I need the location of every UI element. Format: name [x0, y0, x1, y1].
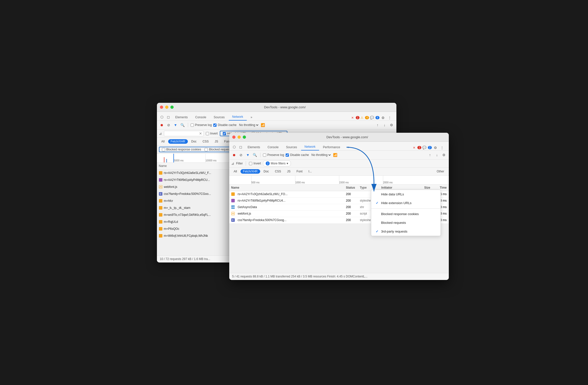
front-type-other[interactable]: Other [434, 169, 447, 174]
back-invert-checkbox[interactable] [206, 132, 209, 135]
back-type-fetch-xhr[interactable]: Fetch/XHR [168, 139, 188, 144]
front-download-btn[interactable]: ↓ [434, 152, 440, 158]
back-search-btn[interactable]: 🔍 [180, 122, 185, 128]
front-filter-bar: ⊿ Filter Invert 2 More filters ▾ [229, 160, 449, 168]
back-tab-sources[interactable]: Sources [210, 114, 228, 121]
back-disable-cache-label[interactable]: Disable cache [213, 123, 236, 127]
back-warning-badge: 4 [365, 116, 369, 119]
back-record-btn[interactable]: ⏺ [159, 122, 164, 128]
back-download-btn[interactable]: ↓ [382, 122, 387, 128]
back-tab-elements-icon[interactable]: ◻ [165, 114, 171, 121]
front-type-font[interactable]: Font [294, 169, 305, 174]
dropdown-label-hide-ext-urls: Hide extension URLs [381, 201, 412, 205]
front-upload-btn[interactable]: ↑ [427, 152, 433, 158]
front-tick-1500: 1500 ms [339, 176, 383, 184]
back-upload-btn[interactable]: ↑ [375, 122, 380, 128]
back-tab-elements[interactable]: Elements [172, 114, 191, 121]
back-invert-label[interactable]: Invert [206, 132, 218, 135]
back-filter-btn[interactable]: ▼ [173, 122, 178, 128]
front-msg-badge: 2 [428, 146, 432, 149]
front-type-css[interactable]: CSS [272, 169, 284, 174]
back-filter-clear-btn[interactable]: ✕ [199, 131, 202, 135]
front-clear-btn[interactable]: ⊘ [238, 152, 244, 158]
back-close-btn[interactable] [160, 106, 163, 109]
front-close-btn[interactable] [232, 135, 235, 139]
front-tab-network[interactable]: Network [301, 143, 319, 150]
back-blocked-requests-checkbox[interactable] [205, 148, 208, 151]
dropdown-item-third-party[interactable]: ✓ 3rd-party requests [371, 227, 441, 236]
front-tab-elements-icon[interactable]: ◻ [238, 143, 244, 150]
front-preserve-log-label[interactable]: Preserve log [263, 153, 284, 157]
front-disable-cache-checkbox[interactable] [286, 153, 289, 157]
front-tab-more[interactable]: » [344, 144, 353, 150]
front-settings-btn[interactable]: ⚙ [433, 145, 438, 150]
back-tab-cursor-icon[interactable]: ⬡ [159, 114, 165, 121]
back-tick-5000: 5000 ms [174, 154, 205, 162]
back-type-doc[interactable]: Doc [189, 139, 199, 144]
back-settings2-btn[interactable]: ⚙ [389, 122, 394, 128]
front-type-doc[interactable]: Doc [261, 169, 271, 174]
back-blocked-resp-cookies-checkbox[interactable] [162, 148, 165, 151]
front-col-status-header: Status [346, 186, 358, 189]
back-titlebar: DevTools - www.google.com/ [157, 103, 396, 112]
front-tab-cursor-icon[interactable]: ⬡ [231, 143, 237, 150]
back-filter-input[interactable] [166, 132, 198, 135]
back-clear-btn[interactable]: ⊘ [166, 122, 171, 128]
back-max-btn[interactable] [170, 106, 174, 109]
front-max-btn[interactable] [243, 135, 246, 139]
front-type-all[interactable]: All [231, 169, 239, 174]
dropdown-item-hide-ext-urls[interactable]: ✓ Hide extension URLs [371, 199, 441, 207]
front-invert-label[interactable]: Invert [249, 162, 261, 165]
front-tab-performance[interactable]: Performance [320, 144, 344, 150]
back-hide-data-urls-checkbox[interactable] [223, 132, 226, 135]
back-tab-network[interactable]: Network [229, 114, 247, 121]
dropdown-item-blocked-resp-cookies[interactable]: Blocked response cookies [371, 210, 441, 218]
front-type-fetch-xhr[interactable]: Fetch/XHR [240, 169, 260, 174]
front-throttling-select[interactable]: No throttling [310, 153, 332, 157]
back-throttling-select[interactable]: No throttling [238, 123, 259, 127]
back-min-btn[interactable] [165, 106, 168, 109]
front-more-btn[interactable]: ⋮ [439, 145, 445, 150]
back-tab-console[interactable]: Console [192, 114, 210, 121]
front-tab-console[interactable]: Console [264, 144, 282, 150]
back-more-btn[interactable]: ⋮ [387, 115, 392, 121]
back-settings-btn[interactable]: ⚙ [380, 115, 386, 121]
back-preserve-log-label[interactable]: Preserve log [191, 123, 212, 127]
front-filter-btn[interactable]: ▼ [245, 152, 251, 158]
dropdown-label-blocked-resp-cookies: Blocked response cookies [381, 212, 419, 216]
back-req-name-3: css?family=Fredoka:500%7CGoo... [164, 192, 224, 196]
dropdown-item-blocked-requests[interactable]: Blocked requests [371, 218, 441, 227]
front-tab-elements[interactable]: Elements [244, 144, 264, 150]
back-type-css[interactable]: CSS [200, 139, 211, 144]
back-blocked-requests-label[interactable]: Blocked requests [205, 148, 232, 151]
front-preserve-log-checkbox[interactable] [263, 153, 266, 157]
front-col-name-header: Name [231, 186, 345, 189]
front-req-name-0: rs=AA2YrTv3Qzh6Ja6eSLzWU_FO... [238, 192, 345, 196]
dropdown-check-blocked-requests [376, 221, 379, 225]
back-filter-input-wrapper[interactable]: ✕ [164, 131, 204, 136]
front-settings2-btn[interactable]: ⚙ [441, 152, 447, 158]
dropdown-check-blocked-resp-cookies [376, 212, 379, 216]
back-tab-bar: ⬡ ◻ Elements Console Sources Network » ✕… [157, 112, 396, 121]
dropdown-item-hide-data-urls[interactable]: Hide data URLs [371, 190, 441, 199]
back-disable-cache-checkbox[interactable] [213, 124, 217, 127]
front-min-btn[interactable] [237, 135, 241, 139]
front-col-time-header: Time [432, 186, 447, 189]
front-search-btn[interactable]: 🔍 [252, 152, 258, 158]
back-req-name-2: webfont.js [164, 185, 224, 189]
front-disable-cache-label[interactable]: Disable cache [286, 153, 309, 157]
front-tab-sources[interactable]: Sources [283, 144, 301, 150]
front-type-img-partial[interactable]: I... [306, 169, 314, 174]
back-type-js[interactable]: JS [212, 139, 221, 144]
dropdown-label-blocked-requests: Blocked requests [381, 221, 406, 225]
front-more-filters-btn[interactable]: 2 More filters ▾ [263, 160, 291, 166]
front-more-filters-chevron: ▾ [287, 162, 288, 165]
back-throttle-icon: 📶 [261, 123, 265, 127]
back-preserve-log-checkbox[interactable] [191, 124, 194, 127]
front-type-js[interactable]: JS [285, 169, 293, 174]
back-tab-more[interactable]: » [247, 114, 256, 121]
front-record-btn[interactable]: ⏺ [231, 152, 237, 158]
front-invert-checkbox[interactable] [249, 162, 252, 165]
back-type-all[interactable]: All [159, 139, 167, 144]
back-blocked-resp-cookies-label[interactable]: Blocked response cookies [162, 148, 201, 151]
